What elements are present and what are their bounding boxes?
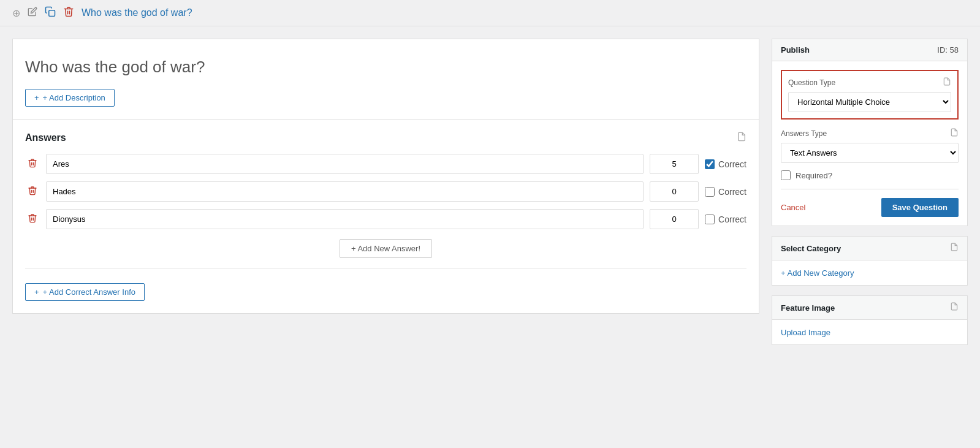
question-type-select[interactable]: Horizontal Multiple Choice Multiple Choi…	[788, 92, 951, 112]
feature-image-title: Feature Image	[781, 303, 835, 313]
answer-text-input-3[interactable]	[46, 209, 644, 229]
sidebar: Publish ID: 58 Question Type	[772, 39, 968, 345]
answer-score-input-1[interactable]	[650, 154, 699, 174]
copy-icon[interactable]	[45, 6, 56, 20]
save-question-button[interactable]: Save Question	[881, 198, 959, 217]
answer-row: Correct	[25, 181, 746, 202]
move-icon[interactable]: ⊕	[12, 7, 20, 19]
select-category-header: Select Category	[772, 237, 967, 260]
select-category-title: Select Category	[781, 244, 841, 253]
action-buttons: Cancel Save Question	[781, 189, 959, 217]
answer-delete-button-3[interactable]	[25, 211, 40, 228]
add-new-category-link[interactable]: + Add New Category	[781, 268, 854, 278]
required-row: Required?	[781, 170, 959, 180]
publish-header: Publish ID: 58	[772, 39, 967, 61]
answers-header: Answers	[25, 132, 746, 144]
edit-icon[interactable]	[28, 7, 37, 19]
feature-image-doc-icon	[950, 302, 959, 313]
cancel-button[interactable]: Cancel	[781, 203, 805, 212]
answers-type-section: Answers Type Text Answers Image Answers	[781, 128, 959, 163]
correct-checkbox-2[interactable]	[705, 187, 715, 197]
answers-title: Answers	[25, 132, 66, 143]
content-area: + + Add Description Answers	[12, 39, 759, 314]
upload-image-link[interactable]: Upload Image	[781, 328, 830, 337]
answers-type-select[interactable]: Text Answers Image Answers	[781, 143, 959, 163]
correct-label-1: Correct	[705, 159, 746, 169]
plus-icon-2: +	[34, 287, 39, 297]
correct-label-2: Correct	[705, 187, 746, 197]
add-correct-info-label: + Add Correct Answer Info	[43, 287, 135, 297]
answer-text-input-1[interactable]	[46, 154, 644, 174]
answer-score-input-3[interactable]	[650, 209, 699, 229]
topbar-title: Who was the god of war?	[82, 7, 192, 18]
divider	[25, 268, 746, 268]
answer-score-input-2[interactable]	[650, 181, 699, 202]
required-checkbox[interactable]	[781, 170, 791, 180]
correct-text-2: Correct	[718, 187, 746, 197]
answer-row: Correct	[25, 154, 746, 174]
feature-image-card: Feature Image Upload Image	[772, 295, 968, 345]
publish-body: Question Type Horizontal Multiple Choice…	[772, 61, 967, 226]
top-bar: ⊕ Who was the god of war?	[0, 0, 980, 26]
svg-rect-0	[49, 10, 55, 17]
publish-title: Publish	[781, 45, 810, 55]
correct-checkbox-3[interactable]	[705, 215, 715, 224]
correct-text-1: Correct	[718, 159, 746, 169]
add-correct-info-button[interactable]: + + Add Correct Answer Info	[25, 283, 145, 301]
question-type-label-row: Question Type	[788, 77, 951, 88]
question-type-section: Question Type Horizontal Multiple Choice…	[781, 70, 959, 120]
answer-delete-button-1[interactable]	[25, 156, 40, 173]
feature-image-body: Upload Image	[772, 320, 967, 344]
answers-type-label: Answers Type	[781, 129, 827, 138]
publish-card: Publish ID: 58 Question Type	[772, 39, 968, 226]
answers-type-doc-icon	[950, 128, 959, 139]
answers-section: Answers Cor	[12, 120, 759, 314]
question-card: + + Add Description	[12, 39, 759, 120]
correct-label-3: Correct	[705, 215, 746, 224]
select-category-doc-icon	[950, 243, 959, 254]
required-label: Required?	[796, 171, 832, 180]
add-answer-button[interactable]: + Add New Answer!	[340, 239, 432, 258]
plus-icon: +	[34, 93, 39, 102]
answers-doc-icon	[737, 132, 746, 144]
select-category-body: + Add New Category	[772, 260, 967, 285]
select-category-card: Select Category + Add New Category	[772, 236, 968, 286]
trash-icon[interactable]	[63, 6, 74, 20]
question-title-input[interactable]	[25, 51, 746, 83]
correct-text-3: Correct	[718, 215, 746, 224]
correct-checkbox-1[interactable]	[705, 159, 715, 169]
question-type-label: Question Type	[788, 78, 835, 87]
add-answer-label: + Add New Answer!	[351, 244, 420, 253]
add-description-label: + Add Description	[43, 93, 105, 102]
add-description-button[interactable]: + + Add Description	[25, 89, 115, 107]
question-type-doc-icon	[943, 77, 951, 88]
answer-text-input-2[interactable]	[46, 181, 644, 202]
main-layout: + + Add Description Answers	[0, 26, 980, 357]
answer-row: Correct	[25, 209, 746, 229]
publish-id: ID: 58	[937, 45, 959, 55]
feature-image-header: Feature Image	[772, 296, 967, 320]
answer-delete-button-2[interactable]	[25, 183, 40, 200]
answers-type-label-row: Answers Type	[781, 128, 959, 139]
